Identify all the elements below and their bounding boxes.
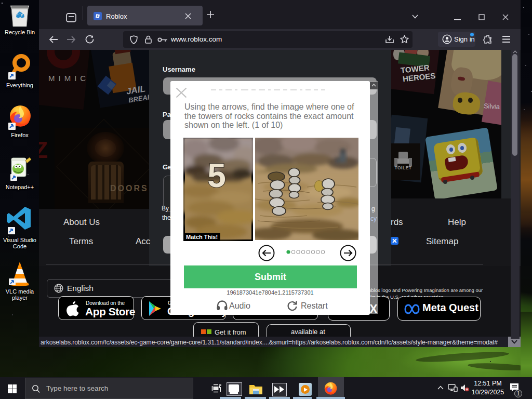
svg-text:Match This!: Match This! [186, 234, 218, 240]
svg-text:5: 5 [207, 157, 226, 194]
